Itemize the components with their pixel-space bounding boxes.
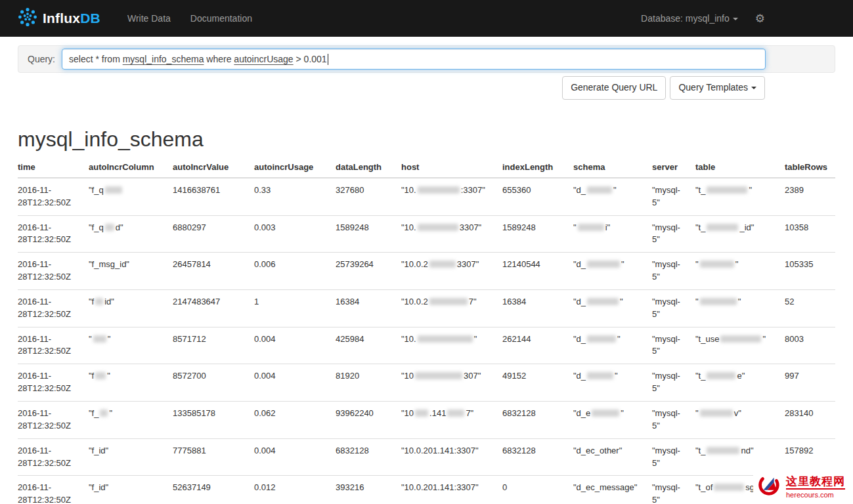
- table-cell: "10307": [396, 364, 497, 402]
- nav-documentation[interactable]: Documentation: [181, 13, 262, 24]
- redacted-text: [418, 186, 460, 194]
- table-cell: 2016-11-28T12:32:50Z: [18, 327, 83, 364]
- column-header-server: server: [647, 158, 690, 178]
- query-text-segment: select * from: [69, 54, 123, 64]
- table-cell: "d_": [568, 253, 647, 290]
- query-input[interactable]: select * from mysql_info_schema where au…: [62, 49, 766, 70]
- table-cell: 6832128: [497, 402, 568, 439]
- table-cell: "10.0.201.141:3307": [396, 438, 497, 476]
- query-text-segment: > 0.001: [294, 54, 327, 64]
- table-cell: "f_id": [83, 476, 167, 504]
- table-cell: "f_qd": [83, 215, 167, 253]
- column-header-autoincrcolumn: autoIncrColumn: [83, 158, 167, 178]
- table-cell: 425984: [330, 327, 396, 364]
- database-selector-label: Database: mysql_info: [641, 13, 730, 24]
- redacted-text: [707, 224, 738, 231]
- redacted-text: [93, 335, 106, 343]
- table-cell: "d_": [568, 327, 647, 364]
- table-cell: "d_ec_other": [568, 438, 647, 476]
- column-header-schema: schema: [568, 158, 647, 178]
- table-cell: "mysql-5": [647, 253, 690, 290]
- table-cell: 2016-11-28T12:32:50Z: [18, 178, 83, 215]
- table-cell: "10.3307": [396, 215, 497, 253]
- generate-query-url-button[interactable]: Generate Query URL: [562, 76, 666, 100]
- table-cell: "mysql-5": [647, 215, 690, 253]
- redacted-text: [415, 372, 462, 379]
- table-cell: 1: [249, 289, 330, 327]
- table-cell: "f_id": [83, 438, 167, 476]
- table-cell: 2016-11-28T12:32:50Z: [18, 289, 83, 327]
- redacted-text: [700, 261, 734, 268]
- brand-db: DB: [80, 10, 100, 26]
- table-row: 2016-11-28T12:32:50Z"f_qd"68802970.00315…: [18, 215, 835, 253]
- table-cell: 2147483647: [167, 289, 249, 327]
- gear-icon[interactable]: ⚙: [755, 12, 765, 26]
- query-panel: Query: select * from mysql_info_schema w…: [18, 45, 835, 73]
- table-cell: "f": [83, 364, 167, 402]
- table-cell: "10.0.23307": [396, 253, 497, 290]
- column-header-tablerows: tableRows: [779, 158, 835, 178]
- table-cell: "fid": [83, 289, 167, 327]
- table-cell: 157892: [779, 438, 835, 476]
- table-cell: 8571712: [167, 327, 249, 364]
- table-cell: 6832128: [497, 438, 568, 476]
- table-cell: 0.062: [249, 402, 330, 439]
- table-cell: "d_": [568, 178, 647, 215]
- navbar: InfluxDB Write Data Documentation Databa…: [0, 0, 853, 37]
- table-cell: "10.:3307": [396, 178, 497, 215]
- nav-links: Write Data Documentation: [118, 13, 262, 24]
- redacted-text: [105, 186, 122, 194]
- table-cell: 52: [779, 289, 835, 327]
- redacted-text: [714, 484, 744, 491]
- table-cell: "d_": [568, 364, 647, 402]
- redacted-text: [105, 224, 114, 231]
- table-row: 2016-11-28T12:32:50Z"fid"214748364711638…: [18, 289, 835, 327]
- table-cell: 0.33: [249, 178, 330, 215]
- results-table: timeautoIncrColumnautoIncrValueautoincrU…: [18, 158, 835, 504]
- query-templates-button[interactable]: Query Templates: [670, 76, 765, 100]
- table-cell: 49152: [497, 364, 568, 402]
- redacted-text: [429, 298, 468, 305]
- actions-row: Generate Query URL Query Templates: [18, 76, 765, 100]
- watermark-site-url: herecours.com: [786, 490, 845, 499]
- chevron-down-icon: [733, 18, 738, 20]
- redacted-text: [700, 410, 733, 417]
- table-cell: 6880297: [167, 215, 249, 253]
- table-cell: "mysql-5": [647, 438, 690, 476]
- redacted-text: [720, 335, 761, 343]
- table-cell: 52637149: [167, 476, 249, 504]
- table-cell: 6832128: [330, 438, 396, 476]
- redacted-text: [447, 410, 464, 417]
- table-cell: 2016-11-28T12:32:50Z: [18, 364, 83, 402]
- watermark: 这里教程网 herecours.com: [753, 471, 853, 504]
- table-cell: 12140544: [497, 253, 568, 290]
- table-cell: 0.006: [249, 253, 330, 290]
- column-header-datalength: dataLength: [330, 158, 396, 178]
- table-cell: "": [690, 253, 779, 290]
- table-cell: 1589248: [330, 215, 396, 253]
- table-cell: 25739264: [330, 253, 396, 290]
- influxdb-logo[interactable]: InfluxDB: [18, 7, 100, 30]
- table-cell: 2016-11-28T12:32:50Z: [18, 476, 83, 504]
- redacted-text: [418, 224, 458, 231]
- table-cell: 16384: [330, 289, 396, 327]
- query-text-segment: where: [204, 54, 234, 64]
- nav-write-data[interactable]: Write Data: [118, 13, 181, 24]
- table-body: 2016-11-28T12:32:50Z"f_q14166387610.3332…: [18, 178, 835, 504]
- redacted-text: [707, 447, 739, 454]
- table-cell: 2016-11-28T12:32:50Z: [18, 215, 83, 253]
- table-cell: 16384: [497, 289, 568, 327]
- redacted-text: [587, 186, 612, 194]
- table-cell: 327680: [330, 178, 396, 215]
- brand-text: InfluxDB: [43, 10, 100, 26]
- watermark-logo-icon: [757, 473, 782, 501]
- redacted-text: [587, 372, 613, 379]
- redacted-text: [429, 261, 456, 268]
- query-text-segment: mysql_info_schema: [123, 54, 204, 64]
- column-header-indexlength: indexLength: [497, 158, 568, 178]
- table-cell: 1416638761: [167, 178, 249, 215]
- table-cell: "mysql-5": [647, 402, 690, 439]
- database-selector[interactable]: Database: mysql_info: [641, 13, 738, 24]
- table-cell: "10.0.27": [396, 289, 497, 327]
- chevron-down-icon: [751, 87, 756, 89]
